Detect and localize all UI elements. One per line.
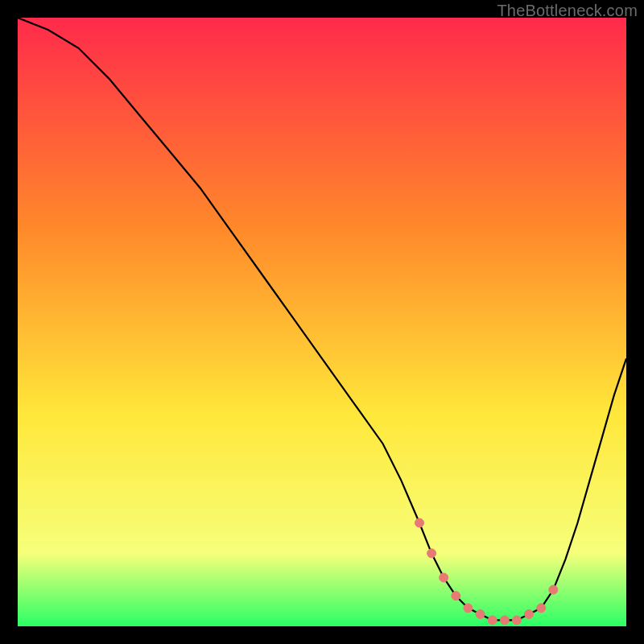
highlight-marker	[549, 585, 558, 594]
watermark-text: TheBottleneck.com	[497, 2, 638, 20]
chart-svg	[18, 18, 626, 626]
highlight-marker	[488, 616, 497, 625]
highlight-marker	[512, 616, 521, 625]
gradient-background	[18, 18, 626, 626]
highlight-marker	[537, 604, 546, 613]
plot-area	[18, 18, 626, 626]
highlight-marker	[415, 518, 424, 527]
highlight-marker	[476, 609, 485, 618]
highlight-marker	[500, 616, 509, 625]
chart-frame: TheBottleneck.com	[0, 0, 644, 644]
highlight-marker	[464, 604, 473, 613]
highlight-marker	[427, 549, 436, 558]
highlight-marker	[440, 573, 448, 582]
highlight-marker	[525, 609, 534, 618]
highlight-marker	[452, 592, 460, 601]
